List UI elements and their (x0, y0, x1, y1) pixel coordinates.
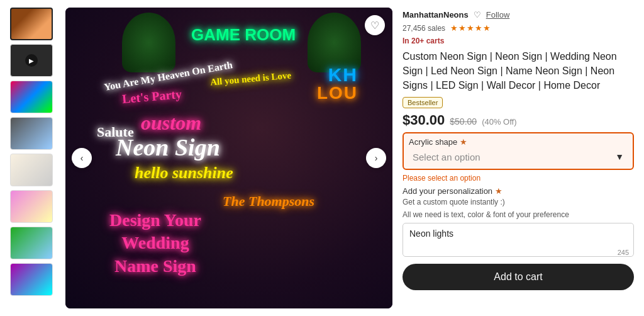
thumbnail-6[interactable] (10, 190, 53, 223)
in-carts-badge: In 20+ carts (402, 37, 634, 45)
required-star: ★ (460, 137, 467, 147)
textarea-wrapper: Neon lights 245 (402, 223, 634, 259)
favorite-button[interactable]: ♡ (365, 15, 385, 35)
acrylic-shape-selector-wrapper: Acrylic shape ★ Select an option ▼ (402, 132, 634, 170)
personalization-textarea[interactable]: Neon lights (402, 223, 634, 257)
thumbnail-5[interactable] (10, 154, 53, 186)
thumbnail-4[interactable] (10, 117, 53, 150)
acrylic-error: Please select an option (402, 174, 634, 183)
price-row: $30.00 $50.00 (40% Off) (402, 112, 634, 128)
neon-custom: oustom (141, 111, 201, 135)
product-info-panel: ManhattanNeons ♡ Follow 27,456 sales ★★★… (402, 8, 634, 308)
thumbnail-1[interactable] (10, 8, 53, 40)
star-rating: ★★★★★ (450, 23, 491, 33)
price-current: $30.00 (402, 112, 445, 128)
seller-heart-icon: ♡ (474, 10, 481, 20)
next-arrow[interactable]: › (366, 148, 386, 168)
acrylic-field-group: Acrylic shape ★ (406, 135, 630, 147)
add-to-cart-button[interactable]: Add to cart (402, 264, 634, 290)
acrylic-label: Acrylic shape ★ (409, 137, 628, 147)
bestseller-badge: Bestseller (402, 97, 634, 108)
neon-lets-party: Let's Party (121, 87, 182, 106)
pref-note: All we need is text, color & font of you… (402, 210, 634, 219)
dropdown-arrow-icon: ▼ (615, 152, 624, 162)
thumbnail-2[interactable]: ▶ (10, 44, 53, 77)
personalization-label: Add your personalization ★ (402, 186, 634, 196)
thumbnail-strip: ▶ (10, 8, 55, 308)
sales-row: 27,456 sales ★★★★★ (402, 23, 634, 33)
thumbnail-8[interactable] (10, 263, 53, 296)
heart-icon: ♡ (370, 20, 379, 31)
sales-count: 27,456 sales (402, 24, 445, 33)
thumbnail-7[interactable] (10, 227, 53, 259)
prev-arrow[interactable]: ‹ (72, 148, 92, 168)
play-icon: ▶ (25, 54, 38, 67)
neon-kh: KH (328, 64, 358, 86)
image-background: GAME ROOM You Are My Heaven On Earth Let… (65, 8, 392, 308)
price-discount: (40% Off) (482, 117, 516, 127)
acrylic-select[interactable]: Select an option ▼ (406, 147, 630, 167)
neon-design-wedding: Design YourWeddingName Sign (109, 209, 201, 278)
page-wrapper: ▶ GAME ROOM You Are My Heaven On Earth L… (0, 0, 644, 316)
neon-thompsons: The Thompsons (223, 193, 314, 210)
personalization-required: ★ (495, 186, 502, 196)
seller-row: ManhattanNeons ♡ Follow (402, 10, 634, 20)
seller-name: ManhattanNeons (402, 10, 469, 20)
neon-salut: Salute (97, 124, 134, 140)
price-original: $50.00 (450, 116, 477, 127)
thumbnail-3[interactable] (10, 81, 53, 113)
follow-button[interactable]: Follow (486, 10, 510, 20)
personalization-group: Add your personalization ★ Get a custom … (402, 186, 634, 206)
neon-lou: LOU (317, 83, 358, 103)
char-count: 245 (618, 249, 629, 256)
acrylic-placeholder: Select an option (413, 152, 480, 162)
personalization-subtitle: Get a custom quote instantly :) (402, 198, 634, 206)
neon-hello-sunshine: hello sunshine (135, 164, 233, 183)
product-title: Custom Neon Sign | Neon Sign | Wedding N… (402, 49, 634, 93)
neon-game-room: GAME ROOM (191, 25, 296, 45)
neon-all-you-need: All you need is Love (210, 70, 292, 87)
main-image: GAME ROOM You Are My Heaven On Earth Let… (65, 8, 392, 308)
